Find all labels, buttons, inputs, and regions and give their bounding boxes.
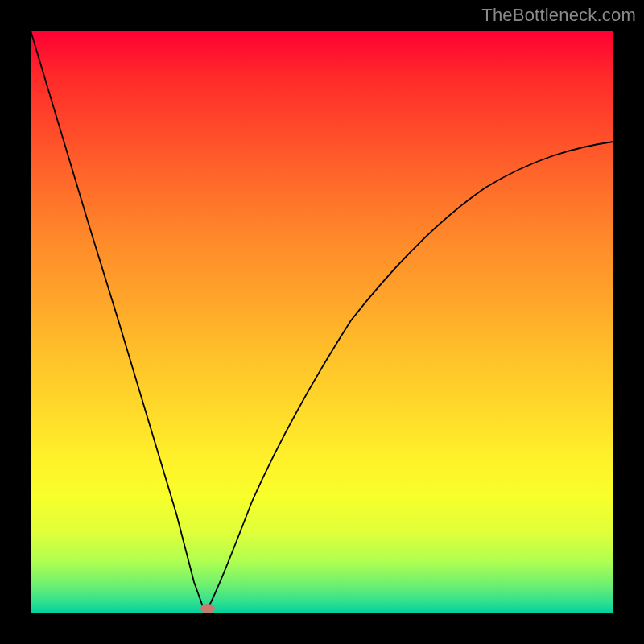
curve-layer — [31, 31, 613, 613]
bottleneck-curve — [31, 31, 613, 613]
watermark-text: TheBottleneck.com — [481, 5, 636, 26]
chart-frame: TheBottleneck.com — [0, 0, 644, 644]
plot-area — [31, 31, 613, 613]
minimum-marker — [200, 604, 215, 613]
